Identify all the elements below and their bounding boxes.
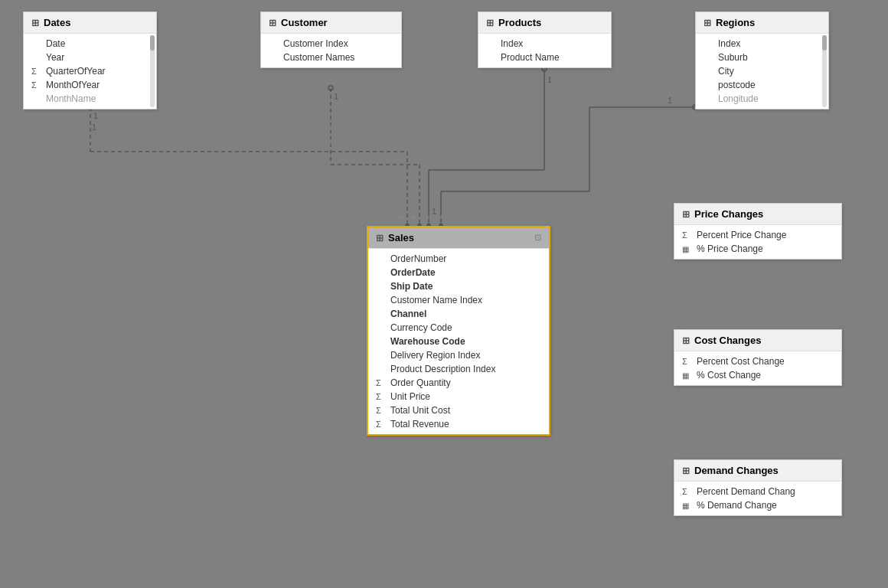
sales-currencycode-label: Currency Code [390,322,452,333]
dates-table-icon: ⊞ [31,18,39,28]
products-field-index: Index [478,37,611,51]
dates-table-header: ⊞ Dates [24,12,156,34]
dates-field-monthofyear: Σ MonthOfYear [24,78,156,92]
regions-city-label: City [718,66,734,77]
price-changes-pct-label: % Price Change [697,243,763,254]
regions-table-body: Index Suburb City postcode Longitude [696,34,828,109]
customer-table-header: ⊞ Customer [261,12,401,34]
sales-totalrevenue-icon: Σ [376,420,387,429]
price-changes-table[interactable]: ⊞ Price Changes Σ Percent Price Change ▦… [674,203,842,260]
star-3: * [426,213,430,225]
sales-orderdate-label: OrderDate [390,267,436,278]
star-4: * [439,213,444,225]
customer-field-index: Customer Index [261,37,401,51]
customer-names-label: Customer Names [283,52,354,63]
customer-connector-start [328,86,333,90]
sales-field-currencycode: Currency Code [368,321,549,335]
regions-table-icon: ⊞ [704,18,711,28]
products-productname-label: Product Name [501,52,560,63]
customer-table-title: Customer [281,17,328,28]
price-changes-title: Price Changes [694,208,763,220]
products-index-label: Index [501,38,523,49]
dates-monthofyear-label: MonthOfYear [46,80,100,90]
sales-table-header: ⊞ Sales ⊡ [368,227,549,249]
regions-suburb-label: Suburb [718,52,748,63]
regions-table-title: Regions [716,17,755,28]
dates-field-date: Date [24,37,156,51]
dates-field-monthname: MonthName [24,92,156,106]
sales-header-actions[interactable]: ⊡ [534,233,541,243]
cost-changes-title: Cost Changes [694,335,761,346]
products-table-header: ⊞ Products [478,12,611,34]
customer-field-names: Customer Names [261,51,401,64]
dates-scrollbar-thumb [150,35,155,51]
demand-changes-percent-label: Percent Demand Chang [697,486,795,497]
sales-productdescindex-label: Product Description Index [390,364,495,374]
products-label-1a: 1 [547,75,552,84]
sales-field-productdescindex: Product Description Index [368,362,549,376]
sales-unitprice-icon: Σ [376,392,387,401]
regions-field-index: Index [696,37,828,51]
cost-changes-icon: ⊞ [682,335,690,346]
cost-changes-pct-label: % Cost Change [697,370,761,381]
regions-table[interactable]: ⊞ Regions Index Suburb City postcode [695,11,829,109]
regions-scrollbar-thumb [822,35,827,51]
regions-field-suburb: Suburb [696,51,828,64]
dates-monthofyear-icon: Σ [31,80,42,90]
customer-index-label: Customer Index [283,38,348,49]
cost-changes-percent-label: Percent Cost Change [697,356,785,367]
products-table-title: Products [498,17,541,28]
dates-date-label: Date [46,38,65,49]
sales-field-channel: Channel [368,307,549,321]
sales-table-body: OrderNumber OrderDate Ship Date Customer… [368,249,549,434]
dates-scrollbar[interactable] [150,35,155,107]
sales-orderquantity-icon: Σ [376,378,387,387]
diagram-canvas: 1 1 1 1 1 1 * * * * ⊞ [0,0,888,588]
regions-table-header: ⊞ Regions [696,12,828,34]
customer-table[interactable]: ⊞ Customer Customer Index Customer Names [260,11,402,68]
cost-changes-table[interactable]: ⊞ Cost Changes Σ Percent Cost Change ▦ %… [674,329,842,386]
sales-table[interactable]: ⊞ Sales ⊡ OrderNumber OrderDate Ship Dat… [367,226,550,436]
demand-changes-percent-icon: Σ [682,487,693,496]
products-field-productname: Product Name [478,51,611,64]
demand-changes-header: ⊞ Demand Changes [674,460,841,482]
sales-field-totalrevenue: Σ Total Revenue [368,417,549,431]
cost-changes-header: ⊞ Cost Changes [674,330,841,351]
sales-totalunitcost-icon: Σ [376,406,387,415]
dates-quarterofyear-label: QuarterOfYear [46,66,106,77]
regions-field-longitude: Longitude [696,92,828,106]
regions-postcode-label: postcode [718,80,756,90]
demand-changes-title: Demand Changes [694,465,779,476]
products-table[interactable]: ⊞ Products Index Product Name [478,11,612,68]
sales-totalunitcost-label: Total Unit Cost [390,405,450,416]
dates-table[interactable]: ⊞ Dates Date Year Σ QuarterOfYear Σ Mont… [23,11,157,109]
sales-totalrevenue-label: Total Revenue [390,419,449,430]
cost-changes-pct-icon: ▦ [682,371,693,380]
cost-changes-field-percent: Σ Percent Cost Change [674,354,841,368]
demand-changes-table[interactable]: ⊞ Demand Changes Σ Percent Demand Chang … [674,459,842,516]
sales-field-orderdate: OrderDate [368,266,549,279]
customer-label-1: 1 [334,92,338,101]
star-1: * [398,213,403,225]
price-changes-pct-icon: ▦ [682,245,693,253]
products-label-1b: 1 [432,207,436,216]
dates-monthname-label: MonthName [46,93,96,104]
dates-year-label: Year [46,52,64,63]
demand-changes-pct-icon: ▦ [682,501,693,510]
sales-field-warehousecode: Warehouse Code [368,335,549,348]
cost-changes-field-pct: ▦ % Cost Change [674,368,841,382]
sales-deliveryregionindex-label: Delivery Region Index [390,350,480,361]
regions-scrollbar[interactable] [822,35,827,107]
sales-field-unitprice: Σ Unit Price [368,390,549,403]
price-changes-header: ⊞ Price Changes [674,204,841,225]
sales-orderquantity-label: Order Quantity [390,377,451,388]
demand-changes-pct-label: % Demand Change [697,500,777,511]
regions-index-label: Index [718,38,740,49]
demand-changes-field-pct: ▦ % Demand Change [674,498,841,512]
regions-longitude-label: Longitude [718,93,759,104]
products-table-icon: ⊞ [486,18,494,28]
price-changes-field-pct: ▦ % Price Change [674,242,841,256]
sales-channel-label: Channel [390,309,426,319]
price-changes-field-percent: Σ Percent Price Change [674,228,841,242]
dates-table-title: Dates [44,17,70,28]
